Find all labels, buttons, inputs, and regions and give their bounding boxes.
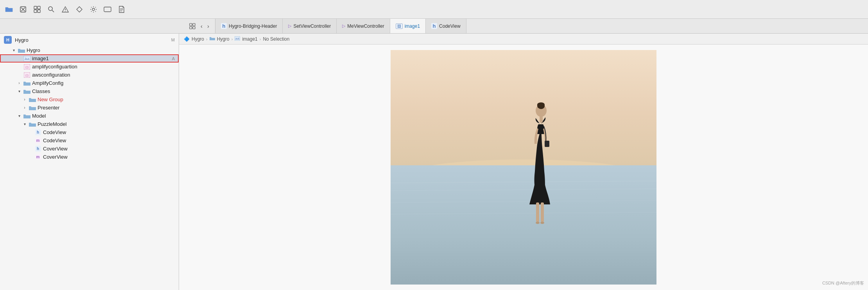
breadcrumb-folder-icon: [210, 36, 215, 42]
codeview-h-label: CodeView: [43, 129, 179, 135]
breadcrumb: 🔷 Hygro › Hygro › image1 › No Selection: [179, 34, 868, 45]
presenter-chevron: ›: [22, 106, 27, 110]
project-icon: H: [4, 36, 12, 44]
svg-point-7: [48, 7, 52, 11]
svg-rect-19: [193, 27, 195, 29]
tab-set-view-label: SetViewController: [293, 23, 331, 29]
breadcrumb-hygro-icon: 🔷: [184, 36, 190, 42]
tab-set-view-controller[interactable]: ▷ SetViewController: [283, 19, 337, 33]
tree-model-folder[interactable]: ▾ Model: [0, 112, 179, 120]
presenter-folder-icon: [29, 105, 36, 111]
tree-puzzle-model-folder[interactable]: ▾ PuzzleModel: [0, 120, 179, 128]
tab-me-view-controller[interactable]: ▷ MeViewController: [337, 19, 390, 33]
tab-bridging-header[interactable]: h Hygro-Bridging-Header: [215, 19, 283, 33]
svg-rect-27: [391, 50, 656, 175]
tab-codeview-label: CodeView: [439, 23, 460, 29]
amplify-folder-icon: [23, 80, 30, 86]
hygro-chevron: ▾: [11, 48, 16, 52]
svg-point-10: [65, 11, 66, 11]
tree-classes-folder[interactable]: ▾ Classes: [0, 87, 179, 95]
svg-point-21: [25, 57, 26, 58]
tab-nav-group: ‹ ›: [183, 19, 215, 33]
editor-area: 🔷 Hygro › Hygro › image1 › No Selection: [179, 34, 868, 290]
puzzle-model-chevron: ▾: [22, 122, 27, 126]
rect-toolbar-icon[interactable]: [103, 5, 112, 14]
tab-grid-button[interactable]: [187, 22, 198, 30]
svg-rect-12: [104, 7, 111, 12]
set-view-icon: ▷: [288, 23, 291, 29]
tree-amplify-folder[interactable]: › AmplifyConfig: [0, 79, 179, 87]
breadcrumb-sep2: ›: [231, 37, 233, 41]
tab-codeview[interactable]: h CodeView: [426, 19, 466, 33]
tab-forward-button[interactable]: ›: [205, 22, 211, 30]
svg-rect-17: [193, 23, 195, 26]
aws-config-icon: {:}: [23, 72, 30, 78]
project-header[interactable]: H Hygro M: [0, 34, 179, 46]
classes-chevron: ▾: [16, 89, 22, 93]
codeview-m-icon: m: [34, 138, 41, 143]
tree-new-group[interactable]: › New Group: [0, 95, 179, 104]
folder-toolbar-icon[interactable]: [5, 5, 13, 14]
tree-codeview-m[interactable]: m CodeView: [0, 136, 179, 145]
model-folder-label: Model: [32, 113, 179, 119]
doc-toolbar-icon[interactable]: [117, 5, 126, 14]
tab-me-view-label: MeViewController: [347, 23, 384, 29]
tree-hygro-folder[interactable]: ▾ Hygro: [0, 46, 179, 54]
coverview-h-icon: h: [34, 146, 41, 152]
sidebar: H Hygro M ▾ Hygro image1 A: [0, 34, 179, 290]
svg-point-41: [540, 222, 544, 224]
tab-back-button[interactable]: ‹: [199, 22, 204, 30]
beach-scene-svg: [391, 50, 656, 285]
tree-coverview-h[interactable]: h CoverView: [0, 145, 179, 153]
image-preview: CSDN @Aftery的博客: [179, 45, 868, 290]
svg-rect-38: [536, 202, 539, 222]
diamond-toolbar-icon[interactable]: [75, 5, 84, 14]
stop-icon[interactable]: [19, 5, 27, 14]
tree-presenter-folder[interactable]: › Presenter: [0, 104, 179, 112]
main-content: H Hygro M ▾ Hygro image1 A: [0, 34, 868, 290]
warning-toolbar-icon[interactable]: [61, 5, 70, 14]
breadcrumb-image-icon: [235, 36, 240, 42]
amplify-config-icon: {:}: [23, 64, 30, 70]
tabbar: ‹ › h Hygro-Bridging-Header ▷ SetViewCon…: [0, 19, 868, 34]
tab-image1-label: image1: [405, 23, 420, 29]
breadcrumb-image1-label: image1: [242, 36, 257, 42]
svg-rect-3: [34, 6, 37, 9]
grid-toolbar-icon[interactable]: [33, 5, 41, 14]
image1-icon: [23, 55, 30, 61]
breadcrumb-hygro2-label: Hygro: [217, 36, 230, 42]
model-chevron: ▾: [16, 114, 22, 118]
model-folder-icon: [23, 113, 30, 119]
svg-point-11: [92, 8, 95, 11]
tab-image1[interactable]: 🖼 image1: [390, 19, 426, 33]
search-toolbar-icon[interactable]: [47, 5, 56, 14]
tab-bridging-header-label: Hygro-Bridging-Header: [229, 23, 277, 29]
svg-rect-5: [34, 10, 37, 13]
svg-rect-29: [391, 165, 656, 285]
settings-toolbar-icon[interactable]: [89, 5, 98, 14]
tree-amplify-config[interactable]: {:} amplifyconfiguartion: [0, 63, 179, 71]
svg-rect-18: [190, 27, 192, 29]
hygro-folder-label: Hygro: [27, 47, 179, 53]
svg-rect-4: [38, 6, 40, 9]
codeview-h-icon: h: [34, 129, 41, 135]
preview-image-container: [391, 50, 656, 285]
svg-point-40: [536, 222, 540, 224]
toolbar-left: [5, 5, 126, 14]
image1-badge: A: [172, 56, 175, 61]
tree-image1[interactable]: image1 A: [0, 54, 179, 63]
puzzle-model-folder-label: PuzzleModel: [38, 121, 179, 127]
tree-aws-config[interactable]: {:} awsconfiguration: [0, 71, 179, 79]
hygro-folder-icon: [18, 47, 25, 53]
tree-coverview-m[interactable]: m CoverView: [0, 153, 179, 161]
breadcrumb-hygro-label: Hygro: [192, 36, 204, 42]
tree-codeview-h[interactable]: h CodeView: [0, 128, 179, 136]
amplify-folder-label: AmplifyConfig: [32, 80, 179, 86]
new-group-label: New Group: [38, 97, 179, 102]
codeview-m-label: CodeView: [43, 138, 179, 143]
presenter-folder-label: Presenter: [38, 105, 179, 111]
svg-text:{:}: {:}: [25, 73, 29, 77]
breadcrumb-no-selection: No Selection: [263, 36, 289, 42]
me-view-icon: ▷: [342, 23, 345, 29]
coverview-m-icon: m: [34, 154, 41, 160]
